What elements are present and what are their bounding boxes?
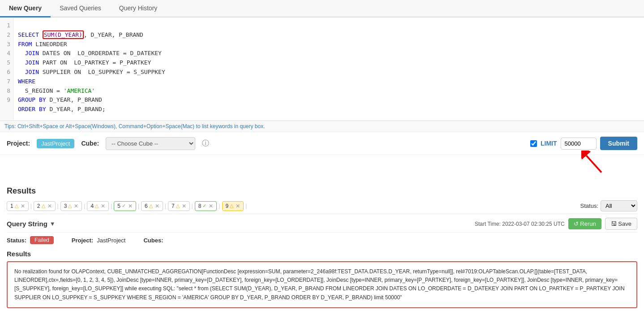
limit-area: LIMIT Submit: [530, 137, 637, 150]
query-tab-9[interactable]: 9 △ ✕: [222, 201, 244, 211]
detail-row: Status: Failed Project: JastProject Cube…: [7, 232, 637, 248]
limit-input[interactable]: [561, 138, 597, 150]
tab-new-query[interactable]: New Query: [0, 0, 51, 17]
line-numbers: 12345 6789: [0, 17, 13, 121]
query-tab-3[interactable]: 3 △ ✕: [60, 201, 82, 211]
chevron-down-icon: ▼: [50, 220, 56, 227]
editor-container: 12345 6789 SELECT SUM(D_YEAR), D_YEAR, P…: [0, 17, 644, 121]
cubes-detail-label: Cubes:: [143, 237, 163, 244]
save-button[interactable]: 🖫 Save: [605, 218, 637, 230]
project-label: Project:: [7, 140, 30, 147]
info-icon[interactable]: ⓘ: [202, 139, 209, 148]
code-content[interactable]: SELECT SUM(D_YEAR), D_YEAR, P_BRAND FROM…: [13, 17, 644, 121]
tabs-bar: New Query Saved Queries Query History: [0, 0, 644, 17]
code-editor[interactable]: 12345 6789 SELECT SUM(D_YEAR), D_YEAR, P…: [0, 17, 644, 121]
tab-query-history[interactable]: Query History: [110, 0, 167, 17]
query-tab-6[interactable]: 6 △ ✕: [141, 201, 163, 211]
inner-results-title: Results: [7, 248, 637, 261]
status-badge: Failed: [30, 236, 54, 244]
project-detail-value: JastProject: [97, 237, 125, 244]
cubes-item: Cubes:: [143, 237, 167, 244]
rerun-button[interactable]: ↺ Rerun: [568, 218, 601, 229]
results-title: Results: [7, 186, 637, 196]
query-string-bar: Query String ▼ Start Time: 2022-03-07 02…: [7, 214, 637, 232]
cube-select[interactable]: -- Choose Cube --: [106, 137, 195, 150]
query-tab-2[interactable]: 2 △ ✕: [34, 201, 56, 211]
query-string-actions: Start Time: 2022-03-07 02:30:25 UTC ↺ Re…: [475, 218, 637, 230]
query-tab-1[interactable]: 1 △ ✕: [7, 201, 29, 211]
query-tabs: 1 △ ✕ | 2 △ ✕ | 3 △ ✕ | 4 △ ✕ | 5 ✓ ✕: [7, 200, 637, 211]
error-box: No realization found for OLAPContext, CU…: [7, 261, 637, 308]
cube-label: Cube:: [81, 140, 99, 147]
query-tab-4[interactable]: 4 △ ✕: [87, 201, 109, 211]
status-filter-label: Status:: [580, 202, 598, 209]
query-tab-7[interactable]: 7 △ ✕: [168, 201, 190, 211]
status-item: Status: Failed: [7, 236, 54, 244]
status-filter: Status: All OK Failed Warning: [580, 200, 637, 211]
status-detail-label: Status:: [7, 237, 26, 244]
svg-line-1: [586, 155, 601, 172]
query-string-label[interactable]: Query String: [7, 220, 47, 228]
results-section: Results 1 △ ✕ | 2 △ ✕ | 3 △ ✕ | 4 △ ✕ |: [0, 182, 644, 313]
tips-bar: Tips: Ctrl+Shift+Space or Alt+Space(Wind…: [0, 121, 644, 132]
query-tab-8[interactable]: 8 ✓ ✕: [195, 201, 217, 211]
query-tab-5[interactable]: 5 ✓ ✕: [114, 201, 136, 211]
status-select[interactable]: All OK Failed Warning: [601, 200, 637, 211]
start-time: Start Time: 2022-03-07 02:30:25 UTC: [475, 221, 565, 227]
limit-checkbox[interactable]: [530, 140, 537, 147]
red-arrow-icon: [581, 151, 608, 177]
arrow-area: [0, 155, 644, 182]
project-bar: Project: JastProject Cube: -- Choose Cub…: [0, 132, 644, 155]
submit-button[interactable]: Submit: [600, 137, 637, 150]
project-badge[interactable]: JastProject: [37, 139, 74, 148]
tab-saved-queries[interactable]: Saved Queries: [51, 0, 110, 17]
limit-label: LIMIT: [541, 140, 557, 147]
project-detail-label: Project:: [72, 237, 93, 244]
project-item: Project: JastProject: [72, 237, 126, 244]
